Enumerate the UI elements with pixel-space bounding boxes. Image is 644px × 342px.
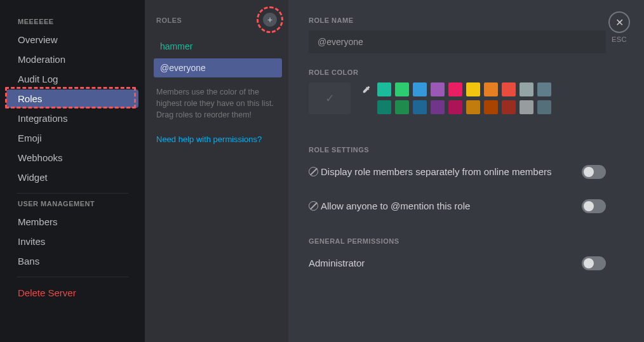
divider [17, 277, 128, 277]
color-swatch[interactable] [413, 82, 427, 96]
esc-label: ESC [608, 36, 630, 43]
general-permissions-label: GENERAL PERMISSIONS [309, 237, 606, 245]
close-button[interactable]: ✕ [608, 11, 630, 33]
color-swatch[interactable] [502, 82, 516, 96]
setting-allow-mention: Allow anyone to @mention this role [309, 199, 575, 213]
toggle-allow-mention[interactable] [582, 199, 606, 213]
toggle-administrator[interactable] [582, 256, 606, 270]
color-swatch[interactable] [395, 100, 409, 114]
role-item-hammer[interactable]: hammer [154, 37, 282, 56]
color-swatch[interactable] [520, 100, 533, 114]
color-swatch[interactable] [466, 100, 480, 114]
color-swatch[interactable] [484, 100, 498, 114]
color-swatch[interactable] [537, 82, 551, 96]
forbidden-icon [309, 201, 318, 211]
color-swatch[interactable] [377, 100, 391, 114]
default-color-swatch[interactable]: ✓ [309, 82, 351, 114]
nav-moderation[interactable]: Moderation [6, 50, 138, 69]
role-name-label: ROLE NAME [309, 16, 606, 24]
roles-list-column: ROLES + hammer @everyone Members use the… [145, 0, 288, 342]
color-swatch[interactable] [431, 100, 445, 114]
close-icon: ✕ [615, 16, 624, 29]
role-item-everyone[interactable]: @everyone [154, 58, 282, 77]
color-swatch[interactable] [377, 82, 391, 96]
color-swatch[interactable] [413, 100, 427, 114]
role-color-label: ROLE COLOR [309, 69, 606, 76]
nav-widget[interactable]: Widget [6, 168, 138, 187]
setting-display-separately: Display role members separately from onl… [309, 165, 575, 178]
checkmark-icon: ✓ [325, 91, 335, 105]
roles-hint-text: Members use the color of the highest rol… [156, 86, 279, 121]
plus-icon: + [267, 15, 272, 25]
settings-sidebar: MEEEEEE Overview Moderation Audit Log Ro… [0, 0, 145, 342]
role-name-input[interactable] [309, 30, 606, 53]
color-swatch[interactable] [448, 100, 462, 114]
perm-administrator: Administrator [309, 256, 575, 270]
nav-delete-server[interactable]: Delete Server [6, 284, 138, 302]
nav-members[interactable]: Members [6, 213, 138, 231]
color-swatch[interactable] [466, 82, 480, 96]
color-swatch[interactable] [520, 82, 533, 96]
nav-audit-log[interactable]: Audit Log [6, 70, 138, 88]
nav-emoji[interactable]: Emoji [6, 129, 138, 147]
nav-roles[interactable]: Roles [6, 89, 138, 108]
sidebar-section-server: MEEEEEE [18, 18, 132, 25]
nav-webhooks[interactable]: Webhooks [6, 148, 138, 167]
add-role-button[interactable]: + [263, 13, 277, 27]
permissions-help-link[interactable]: Need help with permissions? [156, 135, 262, 144]
nav-integrations[interactable]: Integrations [6, 109, 138, 128]
sidebar-section-user-management: USER MANAGEMENT [18, 200, 132, 207]
color-swatch[interactable] [502, 100, 516, 114]
nav-overview[interactable]: Overview [6, 30, 138, 49]
role-editor-panel: ROLE NAME ROLE COLOR ✓ [288, 0, 644, 342]
color-swatch[interactable] [431, 82, 445, 96]
forbidden-icon [309, 167, 318, 176]
color-swatch[interactable] [484, 82, 498, 96]
divider [17, 193, 128, 194]
nav-invites[interactable]: Invites [6, 232, 138, 251]
color-swatch[interactable] [395, 82, 409, 96]
color-picker-icon[interactable] [359, 82, 373, 96]
toggle-display-separately[interactable] [582, 165, 606, 179]
nav-bans[interactable]: Bans [6, 252, 138, 270]
color-swatch[interactable] [448, 82, 462, 96]
color-swatch[interactable] [537, 100, 551, 114]
role-settings-label: ROLE SETTINGS [309, 146, 606, 154]
